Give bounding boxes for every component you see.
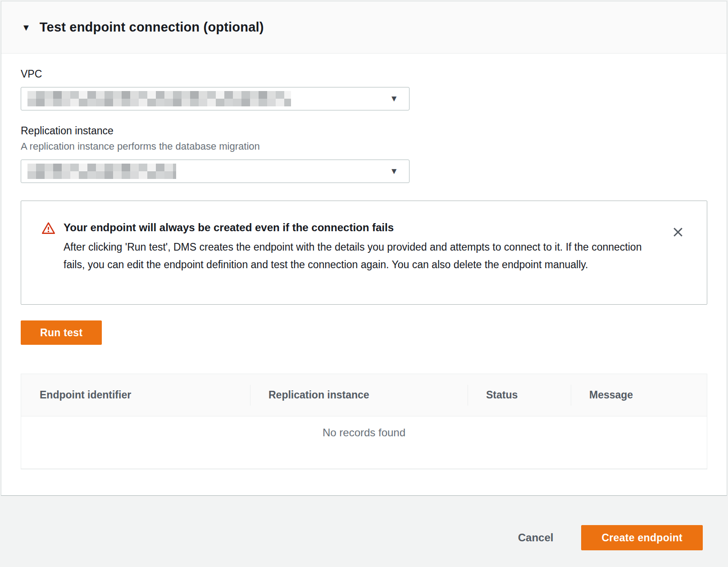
- replication-instance-label: Replication instance: [21, 124, 707, 137]
- close-icon[interactable]: [669, 224, 687, 242]
- warning-content: Your endpoint will always be created eve…: [64, 221, 669, 274]
- dropdown-arrow-icon: ▼: [390, 166, 398, 176]
- warning-body: After clicking 'Run test', DMS creates t…: [64, 238, 649, 274]
- table-header-row: Endpoint identifier Replication instance…: [21, 374, 707, 416]
- create-endpoint-button[interactable]: Create endpoint: [581, 525, 703, 550]
- empty-state-message: No records found: [21, 416, 707, 469]
- column-header-endpoint-identifier: Endpoint identifier: [21, 374, 250, 416]
- form-footer: Cancel Create endpoint: [0, 496, 728, 567]
- column-header-status: Status: [468, 374, 571, 416]
- column-header-message: Message: [571, 374, 707, 416]
- replication-instance-description: A replication instance performs the data…: [21, 140, 707, 153]
- vpc-select[interactable]: ▼: [21, 87, 410, 110]
- warning-flashbar: Your endpoint will always be created eve…: [21, 201, 707, 305]
- section-body: VPC ▼ Replication instance A replication…: [1, 68, 727, 469]
- warning-title: Your endpoint will always be created eve…: [64, 221, 651, 234]
- cancel-button[interactable]: Cancel: [518, 531, 554, 544]
- replication-instance-select[interactable]: ▼: [21, 160, 410, 183]
- collapse-triangle-icon: ▼: [22, 23, 31, 32]
- vpc-redacted-value: [27, 91, 291, 106]
- column-header-replication-instance: Replication instance: [250, 374, 468, 416]
- dropdown-arrow-icon: ▼: [390, 94, 398, 104]
- section-header-toggle[interactable]: ▼ Test endpoint connection (optional): [1, 1, 727, 54]
- test-results-table: Endpoint identifier Replication instance…: [21, 374, 707, 469]
- warning-triangle-icon: [41, 221, 55, 237]
- test-endpoint-section: ▼ Test endpoint connection (optional) VP…: [1, 1, 727, 496]
- run-test-button[interactable]: Run test: [21, 320, 102, 345]
- section-title: Test endpoint connection (optional): [40, 20, 264, 35]
- vpc-label: VPC: [21, 68, 707, 80]
- replication-instance-redacted-value: [27, 164, 176, 179]
